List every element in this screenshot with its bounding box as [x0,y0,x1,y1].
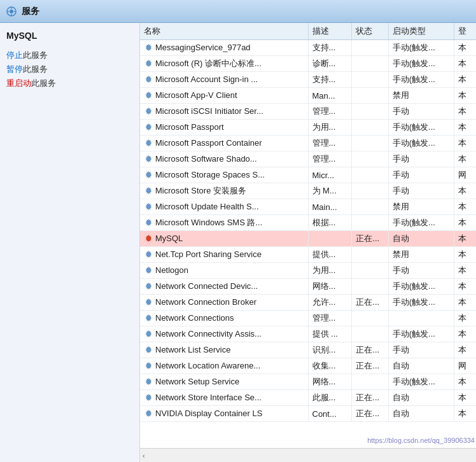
table-row[interactable]: Net.Tcp Port Sharing Service提供...禁用本 [140,247,476,263]
content-area: 名称 描述 状态 启动类型 登 MessagingService_977ad支持… [140,23,476,462]
restart-link[interactable]: 重启动 [6,78,31,88]
cell-logon: 本 [454,56,476,72]
cell-startup: 手动(触发... [388,295,454,311]
table-row[interactable]: Network Connectivity Assis...提供 ...手动(触发… [140,326,476,342]
cell-status [352,247,388,263]
table-row[interactable]: Microsoft Update Health S...Main...禁用本 [140,199,476,215]
cell-status [352,104,388,120]
table-row[interactable]: Microsoft iSCSI Initiator Ser...管理...手动本 [140,104,476,120]
cell-status [352,120,388,136]
cell-name: Microsoft Update Health S... [140,199,308,215]
cell-name: NVIDIA Display Container LS [140,406,308,422]
cell-startup: 手动 [388,342,454,358]
cell-startup: 手动 [388,183,454,199]
cell-logon: 本 [454,136,476,151]
cell-name: Network Connected Devic... [140,279,308,295]
cell-startup: 手动(触发... [388,120,454,136]
cell-status [352,326,388,342]
table-row[interactable]: Microsoft Account Sign-in ...支持...手动(触发.… [140,72,476,88]
stop-link[interactable]: 停止 [6,50,23,60]
table-row[interactable]: Microsoft Passport为用...手动(触发...本 [140,120,476,136]
cell-status: 正在... [352,406,388,422]
table-row[interactable]: Microsoft Store 安装服务为 M...手动本 [140,183,476,199]
cell-status [352,199,388,215]
scroll-left-btn[interactable]: ‹ [143,452,145,459]
table-row[interactable]: Microsoft Storage Spaces S...Micr...手动网 [140,167,476,183]
cell-name: Network Connections [140,311,308,326]
cell-name: Network List Service [140,342,308,358]
cell-status [352,183,388,199]
cell-logon: 本 [454,40,476,56]
sidebar-restart-action[interactable]: 重启动此服务 [6,78,133,89]
cell-desc: 为用... [308,120,352,136]
cell-desc: 允许... [308,295,352,311]
table-row[interactable]: Network Location Awarene...收集...正在...自动网 [140,358,476,374]
cell-name: Microsoft iSCSI Initiator Ser... [140,104,308,120]
cell-logon: 网 [454,358,476,374]
header-startup[interactable]: 启动类型 [388,23,454,40]
table-row[interactable]: Network Connections管理...本 [140,311,476,326]
services-table-container[interactable]: 名称 描述 状态 启动类型 登 MessagingService_977ad支持… [140,23,476,448]
header-logon[interactable]: 登 [454,23,476,40]
sidebar-pause-action[interactable]: 暂停此服务 [6,64,133,75]
cell-logon: 本 [454,72,476,88]
cell-status [352,374,388,390]
bottom-bar: ‹ [140,448,476,462]
cell-name: Microsoft Windows SMS 路... [140,215,308,231]
table-row[interactable]: NVIDIA Display Container LSCont...正在...自… [140,406,476,422]
cell-startup: 手动(触发... [388,136,454,151]
cell-desc: 网络... [308,279,352,295]
table-row[interactable]: Microsoft Windows SMS 路...根据...手动(触发...本 [140,215,476,231]
cell-logon: 本 [454,183,476,199]
cell-name: Microsoft Store 安装服务 [140,183,308,199]
cell-name: Microsoft App-V Client [140,88,308,104]
cell-startup: 自动 [388,406,454,422]
cell-desc: 收集... [308,358,352,374]
cell-logon: 本 [454,215,476,231]
table-row[interactable]: Network List Service识别...正在...手动本 [140,342,476,358]
table-row[interactable]: Microsoft App-V ClientMan...禁用本 [140,88,476,104]
cell-name: Microsoft Software Shado... [140,151,308,167]
sidebar-stop-action[interactable]: 停止此服务 [6,50,133,61]
cell-status: 正在... [352,295,388,311]
table-row[interactable]: Microsoft Passport Container管理...手动(触发..… [140,136,476,151]
cell-desc: 为 M... [308,183,352,199]
cell-startup: 手动(触发... [388,56,454,72]
restart-suffix: 此服务 [31,78,56,88]
cell-startup: 手动 [388,104,454,120]
cell-logon: 本 [454,231,476,247]
table-row[interactable]: Network Connected Devic...网络...手动(触发...本 [140,279,476,295]
cell-startup: 手动(触发... [388,374,454,390]
cell-status [352,167,388,183]
cell-status [352,263,388,279]
table-row[interactable]: MySQL正在...自动本 [140,231,476,247]
table-row[interactable]: Netlogon为用...手动本 [140,263,476,279]
cell-logon: 本 [454,390,476,406]
cell-startup: 手动(触发... [388,326,454,342]
cell-status [352,40,388,56]
cell-status [352,151,388,167]
cell-logon: 本 [454,342,476,358]
header-desc[interactable]: 描述 [308,23,352,40]
table-row[interactable]: Microsoft (R) 诊断中心标准...诊断...手动(触发...本 [140,56,476,72]
cell-startup: 手动 [388,167,454,183]
header-status[interactable]: 状态 [352,23,388,40]
pause-link[interactable]: 暂停 [6,64,23,74]
cell-startup: 手动(触发... [388,279,454,295]
cell-desc: Micr... [308,167,352,183]
table-row[interactable]: Microsoft Software Shado...管理...手动本 [140,151,476,167]
title-bar-title: 服务 [22,6,39,17]
table-row[interactable]: Network Setup Service网络...手动(触发...本 [140,374,476,390]
cell-desc: Main... [308,199,352,215]
cell-desc: 诊断... [308,56,352,72]
table-row[interactable]: MessagingService_977ad支持...手动(触发...本 [140,40,476,56]
cell-logon: 网 [454,167,476,183]
cell-startup: 手动(触发... [388,40,454,56]
cell-desc: 网络... [308,374,352,390]
cell-logon: 本 [454,326,476,342]
title-bar-icon [5,5,18,18]
header-name[interactable]: 名称 [140,23,308,40]
table-row[interactable]: Network Store Interface Se...此服...正在...自… [140,390,476,406]
cell-desc: 支持... [308,72,352,88]
table-row[interactable]: Network Connection Broker允许...正在...手动(触发… [140,295,476,311]
